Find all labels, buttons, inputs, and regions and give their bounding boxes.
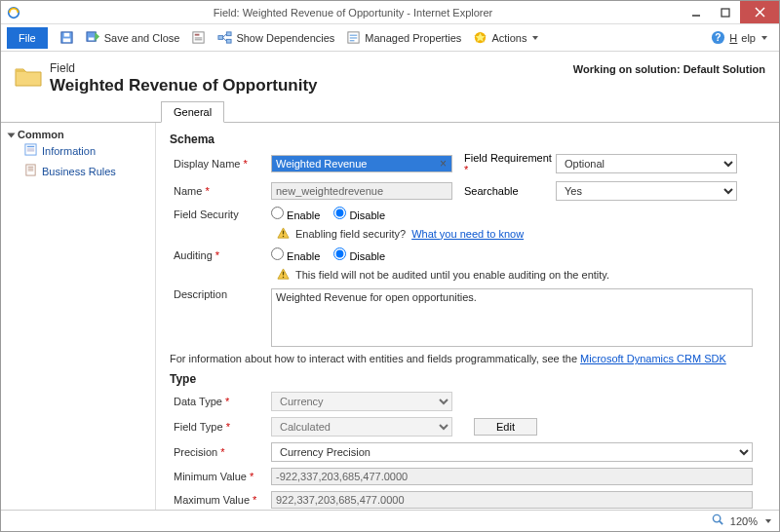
managed-properties-icon [346,30,361,45]
save-button[interactable] [54,27,80,48]
description-input[interactable]: Weighted Revenue for open opportunities. [271,288,753,347]
field-type-select: Calculated [271,417,452,437]
label-max-value: Maximum Value * [170,494,271,506]
dependencies-icon [217,30,232,45]
label-min-value: Minimum Value * [170,471,271,482]
display-name-input[interactable] [271,155,452,172]
label-description: Description [170,288,271,300]
managed-properties-label: Managed Properties [365,32,461,44]
svg-rect-27 [27,146,34,147]
section-type: Type [170,372,765,386]
form-icon [24,143,37,158]
save-and-close-button[interactable]: Save and Close [80,27,186,48]
actions-icon [473,30,488,45]
folder-icon [15,64,42,88]
save-icon [59,30,74,45]
security-info-link[interactable]: What you need to know [411,228,524,240]
maximize-button[interactable] [711,1,740,23]
min-value-input [271,468,753,485]
help-button[interactable]: ? Help [705,27,773,48]
svg-rect-33 [28,171,34,171]
auditing-enable[interactable]: Enable [271,247,320,262]
window-titlebar: Field: Weighted Revenue of Opportunity -… [1,1,779,24]
file-menu[interactable]: File [7,27,48,49]
label-searchable: Searchable [452,185,556,197]
label-precision: Precision * [170,446,271,458]
sidebar-heading-common[interactable]: Common [9,129,147,140]
auditing-disable[interactable]: Disable [333,247,385,262]
sdk-link[interactable]: Microsoft Dynamics CRM SDK [580,353,726,364]
actions-menu[interactable]: Actions [467,27,544,48]
properties-icon [191,30,206,45]
svg-rect-12 [195,38,203,39]
rules-icon [24,164,37,178]
searchable-select[interactable]: Yes [556,181,737,201]
sidebar-item-information[interactable]: Information [9,140,147,161]
toolbar-action-3[interactable] [185,27,212,48]
tab-bar: General [1,99,779,123]
form-content: Schema Display Name * × Field Requiremen… [155,123,779,510]
caret-down-icon [8,133,16,138]
warning-icon [277,227,290,240]
show-dependencies-label: Show Dependencies [236,32,334,44]
save-close-label: Save and Close [104,32,180,44]
field-requirement-select[interactable]: Optional [556,154,737,173]
sidebar-item-label: Business Rules [42,166,116,177]
managed-properties-button[interactable]: Managed Properties [340,27,467,48]
svg-rect-13 [195,39,203,40]
sidebar-item-label: Information [42,145,96,157]
page-title: Weighted Revenue of Opportunity [50,76,318,95]
ie-icon [7,6,20,19]
minimize-button[interactable] [682,1,711,23]
name-input[interactable] [271,182,452,200]
svg-rect-11 [195,34,200,36]
svg-line-39 [720,521,722,524]
svg-rect-20 [350,35,358,36]
warning-icon [277,268,290,281]
svg-rect-37 [283,277,284,278]
svg-rect-6 [62,38,70,42]
help-icon: ? [711,30,725,45]
data-type-select: Currency [271,392,452,411]
precision-select[interactable]: Currency Precision [271,442,753,462]
edit-button[interactable]: Edit [474,418,537,436]
svg-rect-7 [63,33,69,37]
svg-line-18 [223,38,227,42]
close-button[interactable] [740,1,779,23]
sidebar-item-business-rules[interactable]: Business Rules [9,161,147,181]
svg-rect-21 [350,38,358,39]
svg-rect-31 [28,167,34,168]
clear-icon[interactable]: × [440,157,447,171]
max-value-input [271,491,753,509]
svg-rect-22 [350,40,355,41]
header-category: Field [50,61,318,75]
zoom-level: 120% [730,515,758,527]
label-field-type: Field Type * [170,421,271,433]
svg-rect-16 [227,39,232,43]
zoom-dropdown[interactable] [765,519,771,523]
status-bar: 120% [1,510,779,531]
actions-label: Actions [491,32,526,44]
page-header: Field Weighted Revenue of Opportunity Wo… [1,52,779,99]
label-display-name: Display Name * [170,158,271,170]
svg-rect-32 [28,169,34,170]
svg-rect-9 [89,38,95,41]
zoom-icon[interactable] [712,513,724,528]
tab-general[interactable]: General [161,101,224,123]
show-dependencies-button[interactable]: Show Dependencies [212,27,340,48]
sidebar: Common Information Business Rules [1,123,155,510]
field-security-enable[interactable]: Enable [271,207,320,221]
svg-rect-36 [283,272,284,276]
label-name: Name * [170,185,271,197]
svg-rect-29 [27,150,34,151]
window-title: Field: Weighted Revenue of Opportunity -… [24,7,682,19]
sdk-info: For information about how to interact wi… [170,353,765,364]
help-label: H [729,32,737,44]
label-auditing: Auditing * [170,249,271,261]
svg-rect-2 [722,9,729,17]
save-close-icon [86,30,100,45]
svg-rect-14 [218,36,223,40]
label-field-requirement: Field Requirement * [452,152,556,175]
svg-rect-15 [227,32,232,36]
field-security-disable[interactable]: Disable [333,207,385,221]
